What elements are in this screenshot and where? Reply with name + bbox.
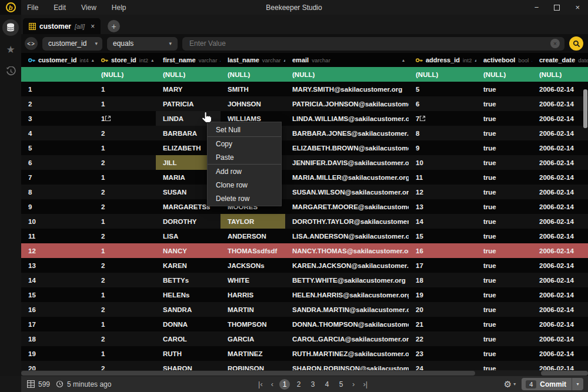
page-button-4[interactable]: 4 xyxy=(322,379,332,390)
column-header-customer_id[interactable]: customer_idint4▴ xyxy=(21,53,94,67)
sidebar-item-favorites[interactable]: ★ xyxy=(2,41,19,58)
cell-customer_id[interactable]: 16 xyxy=(21,302,94,317)
cell-customer_id[interactable]: 9 xyxy=(21,199,94,214)
last-updated-group[interactable]: 5 minutes ago xyxy=(56,380,111,388)
menu-view[interactable]: View xyxy=(81,4,96,12)
cell-customer_id[interactable]: 1 xyxy=(21,82,94,96)
cell-first_name[interactable]: MARY xyxy=(156,82,220,96)
cell-store_id[interactable]: 2 xyxy=(94,199,156,214)
filter-value-input[interactable] xyxy=(189,39,550,48)
cell-address_id[interactable]: 12 xyxy=(409,185,476,199)
cell-customer_id[interactable]: 19 xyxy=(21,346,94,361)
cell-first_name[interactable]: RUTH xyxy=(156,346,220,361)
cell-last_name[interactable]: THOMPSON xyxy=(220,317,285,331)
cell-customer_id[interactable]: 12 xyxy=(21,243,94,258)
cell-address_id[interactable]: 9 xyxy=(409,140,476,155)
table-row[interactable]: 142BETTYsWHITEBETTY.WHITE@sakilacustomer… xyxy=(21,273,588,287)
cell-email[interactable]: MARIA.MILLER@sakilacustomer.org xyxy=(285,170,409,185)
cell-activebool[interactable]: true xyxy=(476,273,532,287)
cell-store_id[interactable]: 2 xyxy=(94,273,156,287)
column-header-first_name[interactable]: first_namevarchar▴ xyxy=(156,53,220,67)
table-row[interactable]: 11MARYSMITHMARY.SMITH@sakilacustomer.org… xyxy=(21,82,588,96)
next-page-button[interactable]: › xyxy=(350,380,357,388)
cell-first_name[interactable]: PATRICIA xyxy=(156,96,220,111)
cell-activebool[interactable]: true xyxy=(476,229,532,243)
cell-activebool[interactable]: true xyxy=(476,317,532,331)
cell-customer_id[interactable]: 14 xyxy=(21,273,94,287)
insert-cell-last_name[interactable]: (NULL) xyxy=(220,67,285,82)
cell-email[interactable]: BARBARA.JONES@sakilacustomer.org xyxy=(285,126,409,140)
cell-activebool[interactable]: true xyxy=(476,199,532,214)
cell-create_date[interactable]: 2006-02-14 xyxy=(532,258,588,273)
cell-create_date[interactable]: 2006-02-14 xyxy=(532,287,588,302)
insert-cell-activebool[interactable]: (NULL) xyxy=(476,67,532,82)
cell-activebool[interactable]: true xyxy=(476,302,532,317)
table-row[interactable]: 21PATRICIAJOHNSONPATRICIA.JOHNSON@sakila… xyxy=(21,96,588,111)
cell-last_name[interactable]: GARCIA xyxy=(220,331,285,346)
cell-address_id[interactable]: 5 xyxy=(409,82,476,96)
cell-address_id[interactable]: 7 xyxy=(409,111,476,126)
cell-last_name[interactable]: JACKSONs xyxy=(220,258,285,273)
cell-store_id[interactable]: 1 xyxy=(94,346,156,361)
cell-create_date[interactable]: 2006-02-14 xyxy=(532,126,588,140)
column-header-create_date[interactable]: create_datedate▴ xyxy=(532,53,588,67)
cell-email[interactable]: KAREN.JACKSON@sakilacustomer.org xyxy=(285,258,409,273)
context-menu-item-paste[interactable]: Paste xyxy=(208,150,281,164)
cell-customer_id[interactable]: 17 xyxy=(21,317,94,331)
cell-email[interactable]: SUSAN.WILSON@sakilacustomer.org xyxy=(285,185,409,199)
cell-activebool[interactable]: true xyxy=(476,243,532,258)
cell-activebool[interactable]: true xyxy=(476,155,532,170)
cell-activebool[interactable]: true xyxy=(476,111,532,126)
new-tab-button[interactable]: + xyxy=(108,20,120,32)
cell-last_name[interactable]: SMITH xyxy=(220,82,285,96)
cell-customer_id[interactable]: 18 xyxy=(21,331,94,346)
cell-address_id[interactable]: 17 xyxy=(409,258,476,273)
horizontal-scrollbar[interactable] xyxy=(21,370,588,376)
cell-address_id[interactable]: 21 xyxy=(409,317,476,331)
page-button-1[interactable]: 1 xyxy=(279,379,290,390)
cell-customer_id[interactable]: 5 xyxy=(21,140,94,155)
context-menu-item-clone-row[interactable]: Clone row xyxy=(208,178,281,192)
horizontal-scrollbar-thumb[interactable] xyxy=(21,371,475,376)
cell-create_date[interactable]: 2006-02-14 xyxy=(532,111,588,126)
menu-help[interactable]: Help xyxy=(112,4,126,12)
table-row[interactable]: 132KARENJACKSONsKAREN.JACKSON@sakilacust… xyxy=(21,258,588,273)
page-button-5[interactable]: 5 xyxy=(336,379,346,390)
cell-address_id[interactable]: 22 xyxy=(409,331,476,346)
menu-edit[interactable]: Edit xyxy=(54,4,66,12)
cell-create_date[interactable]: 2006-02-14 xyxy=(532,317,588,331)
cell-customer_id[interactable]: 11 xyxy=(21,229,94,243)
app-logo[interactable]: b xyxy=(0,0,21,15)
table-row[interactable]: 71MARIAMILLERMARIA.MILLER@sakilacustomer… xyxy=(21,170,588,185)
cell-email[interactable]: NANCY.THOMAS@sakilacustomer.org xyxy=(285,243,409,258)
cell-email[interactable]: MARGARET.MOORE@sakilacustomer.org xyxy=(285,199,409,214)
commit-dropdown-caret[interactable]: ▾ xyxy=(572,378,583,390)
insert-cell-create_date[interactable]: (NULL) xyxy=(532,67,588,82)
cell-customer_id[interactable]: 4 xyxy=(21,126,94,140)
cell-activebool[interactable]: true xyxy=(476,170,532,185)
cell-store_id[interactable]: 1 xyxy=(94,214,156,229)
close-button[interactable]: × xyxy=(575,3,580,12)
cell-email[interactable]: BETTY.WHITE@sakilacustomer.org xyxy=(285,273,409,287)
cell-create_date[interactable]: 2006-02-14 xyxy=(532,331,588,346)
cell-activebool[interactable]: true xyxy=(476,346,532,361)
table-row[interactable]: 162SANDRAMARTINSANDRA.MARTIN@sakilacusto… xyxy=(21,302,588,317)
cell-address_id[interactable]: 15 xyxy=(409,229,476,243)
insert-cell-address_id[interactable]: (NULL) xyxy=(409,67,476,82)
commit-button[interactable]: 4 Commit ▾ xyxy=(522,378,583,390)
cell-create_date[interactable]: 2006-02-14 xyxy=(532,170,588,185)
cell-create_date[interactable]: 2006-02-14 xyxy=(532,243,588,258)
insert-cell-email[interactable]: (NULL) xyxy=(285,67,409,82)
cell-address_id[interactable]: 6 xyxy=(409,96,476,111)
cell-store_id[interactable]: 1 xyxy=(94,96,156,111)
sidebar-item-history[interactable] xyxy=(2,63,19,79)
cell-create_date[interactable]: 2006-02-14 xyxy=(532,273,588,287)
page-button-2[interactable]: 2 xyxy=(293,379,304,390)
column-header-store_id[interactable]: store_idint2▴ xyxy=(94,53,156,67)
cell-store_id[interactable]: 1 xyxy=(94,111,156,126)
cell-last_name[interactable]: TAYLOR xyxy=(220,214,285,229)
cell-store_id[interactable]: 2 xyxy=(94,331,156,346)
cell-email[interactable]: HELEN.HARRIS@sakilacustomer.org xyxy=(285,287,409,302)
cell-store_id[interactable]: 1 xyxy=(94,140,156,155)
menu-file[interactable]: File xyxy=(27,4,38,12)
